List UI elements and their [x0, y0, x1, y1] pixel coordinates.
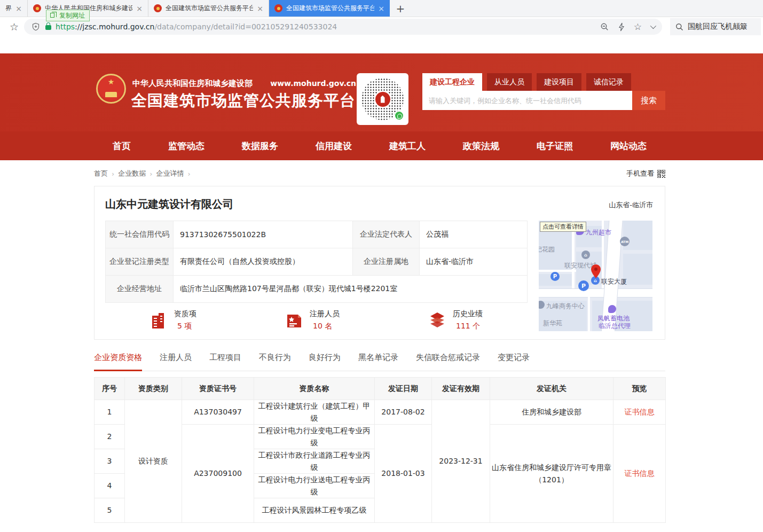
- col-preview: 预览: [613, 378, 666, 400]
- qr-center-logo-icon: [374, 91, 391, 108]
- ministry-row: 中华人民共和国住房和城乡建设部 www.mohurd.gov.cn: [132, 79, 356, 89]
- col-category: 资质类别: [125, 378, 182, 400]
- site-top: ★ ★ 中华人民共和国住房和城乡建设部 www.mohurd.gov.cn 全国…: [0, 53, 763, 160]
- tab-close-icon[interactable]: ×: [257, 4, 263, 13]
- nav-item-supervision[interactable]: 监管动态: [168, 140, 204, 152]
- search-tab-enterprise[interactable]: 建设工程企业: [422, 73, 482, 91]
- certificate-info-link[interactable]: 证书信息: [613, 425, 666, 523]
- table-row: 企业经营地址 临沂市兰山区陶然路107号星河晶都（联安）现代城1号楼2201室: [106, 276, 528, 303]
- tab-close-icon[interactable]: ×: [378, 4, 384, 13]
- shield-plus-icon[interactable]: [32, 22, 40, 31]
- credit-code-value: 91371302675501022B: [174, 221, 353, 248]
- stat-label: 资质项: [174, 309, 196, 319]
- nav-item-data-service[interactable]: 数据服务: [242, 140, 278, 152]
- breadcrumb-company-data[interactable]: 企业数据: [118, 169, 146, 178]
- nav-item-e-license[interactable]: 电子证照: [537, 140, 573, 152]
- tab-change-records[interactable]: 变更记录: [498, 353, 530, 371]
- stat-label: 注册人员: [310, 309, 340, 319]
- cell-valid-until: 2023-12-31: [432, 400, 490, 523]
- chevron-down-icon[interactable]: [650, 25, 655, 29]
- layers-icon: [428, 311, 446, 330]
- browser-chrome: 界 × 中华人民共和国住房和城乡建设 × 全国建筑市场监管公共服务平台 × 全国…: [0, 0, 763, 36]
- search-tab-credit[interactable]: 诚信记录: [586, 73, 631, 91]
- browser-url-row: ☆ https://jzsc.mohurd.gov.cn/data/compan…: [0, 17, 763, 36]
- map-label-supermarket: 九州超市: [586, 228, 611, 237]
- new-tab-button[interactable]: +: [390, 0, 411, 17]
- url-text: https://jzsc.mohurd.gov.cn/data/company/…: [56, 22, 337, 31]
- search-button[interactable]: 搜索: [632, 91, 665, 110]
- platform-title: 全国建筑市场监管公共服务平台: [131, 90, 356, 112]
- company-location-map[interactable]: 点击可查看详情 九州超市 ATM 记花园 ⌂ 联安现代城 P P ⌂ 联安大厦 …: [539, 221, 652, 331]
- ministry-name: 中华人民共和国住房和城乡建设部: [132, 79, 253, 88]
- breadcrumb-separator: ›: [112, 170, 114, 178]
- map-label-garden: 记花园: [539, 245, 555, 254]
- favorite-star-icon[interactable]: ☆: [634, 21, 642, 32]
- nav-item-credit[interactable]: 信用建设: [316, 140, 352, 152]
- tab-title: 界: [5, 4, 12, 13]
- address-value: 临沂市兰山区陶然路107号星河晶都（联安）现代城1号楼2201室: [174, 276, 528, 303]
- url-path: /data/company/detail?id=0021052912405330…: [154, 22, 337, 31]
- flash-icon[interactable]: [618, 22, 625, 32]
- building-icon: [150, 311, 168, 330]
- col-name: 资质名称: [254, 378, 375, 400]
- search-tab-project[interactable]: 建设项目: [537, 73, 581, 91]
- company-stats: 资质项 5 项 注册人员 10 名: [105, 309, 527, 331]
- site-nav: 首页 监管动态 数据服务 信用建设 建筑工人 政策法规 电子证照 网站动态: [0, 131, 763, 160]
- tab-registered-personnel[interactable]: 注册人员: [160, 353, 192, 371]
- bookmark-star-icon[interactable]: ☆: [10, 21, 19, 33]
- table-row: 统一社会信用代码 91371302675501022B 企业法定代表人 公茂福: [106, 221, 528, 248]
- company-card: 山东中元建筑设计有限公司 山东省-临沂市 统一社会信用代码 9137130267…: [94, 186, 665, 340]
- nav-item-home[interactable]: 首页: [113, 140, 131, 152]
- nav-item-site-news[interactable]: 网站动态: [610, 140, 647, 152]
- keyword-search-input[interactable]: [422, 91, 632, 110]
- map-label-battery-2: 临沂总代理: [599, 322, 631, 331]
- col-authority: 发证机关: [490, 378, 613, 400]
- col-issue-date: 发证日期: [375, 378, 432, 400]
- breadcrumb-separator: ›: [187, 170, 190, 178]
- address-bar[interactable]: https://jzsc.mohurd.gov.cn/data/company/…: [24, 19, 662, 35]
- browser-tab-bar: 界 × 中华人民共和国住房和城乡建设 × 全国建筑市场监管公共服务平台 × 全国…: [0, 0, 763, 17]
- search-tab-personnel[interactable]: 从业人员: [487, 73, 532, 91]
- col-cert-no: 资质证书号: [182, 378, 254, 400]
- tab-dishonesty[interactable]: 失信联合惩戒记录: [416, 353, 480, 371]
- cell-issue-date: 2018-01-03: [375, 425, 432, 523]
- stat-registered-personnel: 注册人员 10 名: [285, 309, 340, 331]
- tab-bad-behavior[interactable]: 不良行为: [259, 353, 291, 371]
- trending-search-box[interactable]: 国航回应飞机颠簸: [670, 18, 761, 35]
- tab-close-icon[interactable]: ×: [136, 4, 143, 13]
- search-icon: [675, 23, 683, 31]
- mobile-view-button[interactable]: 手机查看: [626, 169, 665, 178]
- company-info-table: 统一社会信用代码 91371302675501022B 企业法定代表人 公茂福 …: [105, 221, 528, 303]
- tab-blacklist[interactable]: 黑名单记录: [358, 353, 398, 371]
- cell-category: 设计资质: [125, 400, 182, 523]
- browser-tab-jzsc[interactable]: 全国建筑市场监管公共服务平台 ×: [148, 0, 269, 17]
- credit-code-label: 统一社会信用代码: [106, 221, 174, 248]
- tab-projects[interactable]: 工程项目: [209, 353, 241, 371]
- browser-tab-partial[interactable]: 界 ×: [0, 0, 28, 17]
- building-poi-icon: ⌂: [581, 251, 590, 259]
- reg-place-value: 山东省-临沂市: [420, 248, 528, 276]
- table-header-row: 序号 资质类别 资质证书号 资质名称 发证日期 发证有效期 发证机关 预览: [95, 378, 666, 400]
- detail-section-tabs: 企业资质资格 注册人员 工程项目 不良行为 良好行为 黑名单记录 失信联合惩戒记…: [94, 353, 665, 371]
- stat-value: 10 名: [310, 322, 340, 331]
- cell-cert-no: A237009100: [182, 425, 254, 523]
- tab-qualifications[interactable]: 企业资质资格: [94, 353, 142, 371]
- location-pin-icon: [591, 264, 601, 278]
- copy-icon: [50, 13, 54, 18]
- url-host: ://jzsc.mohurd.gov.cn: [75, 22, 154, 31]
- tab-close-icon[interactable]: ×: [15, 4, 22, 13]
- browser-tab-active[interactable]: 全国建筑市场监管公共服务平台 ×: [269, 0, 390, 17]
- table-row: 企业登记注册类型 有限责任公司（自然人投资或控股） 企业注册属地 山东省-临沂市: [106, 248, 528, 276]
- cell-name: 工程设计电力行业送电工程专业丙级: [254, 474, 375, 498]
- certificate-info-link[interactable]: 证书信息: [613, 400, 666, 425]
- zoom-out-icon[interactable]: [600, 22, 609, 32]
- qualification-table: 序号 资质类别 资质证书号 资质名称 发证日期 发证有效期 发证机关 预览 1 …: [94, 377, 666, 523]
- trending-search-text: 国航回应飞机颠簸: [688, 22, 748, 32]
- nav-item-workers[interactable]: 建筑工人: [389, 140, 426, 152]
- tab-good-behavior[interactable]: 良好行为: [309, 353, 341, 371]
- nav-item-policy[interactable]: 政策法规: [463, 140, 499, 152]
- reg-place-label: 企业注册属地: [353, 248, 420, 276]
- ministry-url: www.mohurd.gov.cn: [270, 79, 356, 88]
- breadcrumb-home[interactable]: 首页: [94, 169, 108, 178]
- breadcrumb-company-detail[interactable]: 企业详情: [156, 169, 184, 178]
